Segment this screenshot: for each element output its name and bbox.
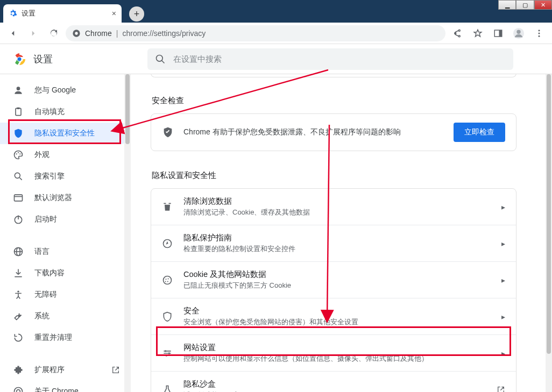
sidebar-item-system[interactable]: 系统: [0, 305, 131, 327]
row-title: 隐私沙盒: [183, 379, 497, 389]
svg-point-39: [168, 352, 170, 354]
svg-point-17: [16, 153, 17, 154]
sidebar-item-on-startup[interactable]: 启动时: [0, 209, 131, 230]
svg-point-29: [17, 291, 19, 293]
palette-icon: [13, 149, 24, 160]
tab-title: 设置: [22, 9, 36, 18]
svg-point-20: [15, 173, 20, 178]
globe-icon: [13, 246, 24, 257]
row-cookies[interactable]: Cookie 及其他网站数据 已阻止无痕模式下的第三方 Cookie ▸: [151, 261, 516, 298]
gear-icon: [9, 9, 17, 18]
sidebar-item-search-engine[interactable]: 搜索引擎: [0, 166, 131, 187]
svg-point-37: [165, 281, 166, 282]
sidebar-item-privacy-security[interactable]: 隐私设置和安全性: [0, 123, 131, 144]
sidebar-item-extensions[interactable]: 扩展程序: [0, 359, 131, 381]
settings-sidebar: 您与 Google 自动填充 隐私设置和安全性 外观 搜索引擎 默认浏览器 启动…: [0, 74, 131, 392]
nav-reload-button[interactable]: [45, 25, 62, 42]
content-scrollbar-thumb[interactable]: [547, 74, 551, 354]
cookie-icon: [162, 275, 173, 286]
svg-point-14: [17, 87, 20, 90]
row-title: 隐私保护指南: [183, 233, 501, 243]
clipboard-icon: [13, 106, 24, 117]
tune-icon: [162, 348, 173, 359]
share-icon[interactable]: [449, 25, 466, 42]
new-tab-button[interactable]: +: [129, 6, 144, 22]
row-privacy-guide[interactable]: 隐私保护指南 检查重要的隐私控制设置和安全控件 ▸: [151, 225, 516, 261]
row-clear-browsing-data[interactable]: 清除浏览数据 清除浏览记录、Cookie、缓存及其他数据 ▸: [151, 189, 516, 225]
download-icon: [13, 268, 24, 279]
row-title: 网站设置: [183, 343, 501, 353]
side-panel-icon[interactable]: [490, 25, 507, 42]
sidebar-item-label: 语言: [34, 247, 49, 256]
row-subtitle: 已阻止无痕模式下的第三方 Cookie: [183, 281, 501, 290]
restore-icon: [13, 332, 24, 343]
svg-point-12: [157, 55, 163, 61]
row-subtitle: 控制网站可以使用和显示什么信息（如位置信息、摄像头、弹出式窗口及其他）: [183, 354, 501, 364]
svg-point-40: [166, 354, 167, 356]
svg-point-11: [18, 57, 22, 61]
omnibox[interactable]: Chrome | chrome://settings/privacy: [66, 25, 445, 41]
chevron-right-icon: ▸: [501, 312, 505, 321]
chevron-right-icon: ▸: [501, 239, 505, 248]
chevron-right-icon: ▸: [501, 349, 505, 358]
extension-icon: [13, 365, 24, 375]
row-title: 清除浏览数据: [183, 196, 501, 206]
sidebar-item-about-chrome[interactable]: 关于 Chrome: [0, 381, 131, 392]
chrome-badge-icon: [72, 29, 81, 38]
omnibox-url: chrome://settings/privacy: [122, 29, 206, 38]
chrome-logo-icon: [13, 53, 26, 66]
sidebar-scrollbar[interactable]: [124, 74, 131, 392]
svg-point-38: [165, 350, 166, 352]
tab-settings[interactable]: 设置 ×: [3, 4, 122, 23]
sidebar-item-autofill[interactable]: 自动填充: [0, 101, 131, 123]
safety-check-button[interactable]: 立即检查: [454, 123, 505, 142]
sidebar-item-languages[interactable]: 语言: [0, 241, 131, 262]
tab-close-icon[interactable]: ×: [112, 9, 116, 18]
sidebar-item-you-and-google[interactable]: 您与 Google: [0, 80, 131, 101]
shield-check-icon: [162, 126, 174, 138]
sidebar-item-label: 下载内容: [34, 268, 65, 278]
safety-check-card: Chrome 有助于保护您免受数据泄露、不良扩展程序等问题的影响 立即检查: [151, 113, 516, 151]
row-privacy-sandbox[interactable]: 隐私沙盒 试用版功能已开启: [151, 371, 516, 392]
sidebar-item-downloads[interactable]: 下载内容: [0, 262, 131, 284]
row-site-settings[interactable]: 网站设置 控制网站可以使用和显示什么信息（如位置信息、摄像头、弹出式窗口及其他）…: [151, 334, 516, 371]
svg-point-6: [539, 30, 540, 31]
svg-line-21: [20, 178, 22, 180]
chevron-right-icon: ▸: [501, 276, 505, 284]
sidebar-item-label: 隐私设置和安全性: [34, 129, 95, 138]
sidebar-scrollbar-thumb[interactable]: [125, 74, 130, 144]
row-title: 安全: [183, 306, 501, 316]
sidebar-item-label: 您与 Google: [34, 85, 76, 95]
sidebar-item-accessibility[interactable]: 无障碍: [0, 284, 131, 305]
content-scrollbar[interactable]: [546, 74, 552, 392]
safety-check-text: Chrome 有助于保护您免受数据泄露、不良扩展程序等问题的影响: [183, 127, 454, 137]
settings-search[interactable]: [147, 48, 513, 70]
browser-menu-icon[interactable]: [530, 25, 548, 42]
nav-back-button[interactable]: [4, 25, 22, 42]
sidebar-item-default-browser[interactable]: 默认浏览器: [0, 187, 131, 209]
row-security[interactable]: 安全 安全浏览（保护您免受危险网站的侵害）和其他安全设置 ▸: [151, 298, 516, 334]
nav-forward-button[interactable]: [25, 25, 42, 42]
svg-point-36: [167, 281, 168, 282]
browser-window-icon: [13, 193, 24, 203]
row-subtitle: 检查重要的隐私控制设置和安全控件: [183, 244, 501, 254]
sidebar-item-label: 关于 Chrome: [34, 387, 79, 392]
flask-icon: [162, 384, 173, 393]
settings-search-input[interactable]: [172, 54, 506, 64]
svg-rect-16: [17, 108, 20, 109]
sidebar-item-reset[interactable]: 重置并清理: [0, 327, 131, 348]
sidebar-item-label: 系统: [34, 311, 49, 321]
sidebar-item-appearance[interactable]: 外观: [0, 144, 131, 166]
row-subtitle: 清除浏览记录、Cookie、缓存及其他数据: [183, 208, 501, 217]
sidebar-item-label: 重置并清理: [34, 333, 72, 343]
settings-header: 设置: [0, 44, 552, 74]
settings-content: 安全检查 Chrome 有助于保护您免受数据泄露、不良扩展程序等问题的影响 立即…: [131, 74, 552, 392]
svg-point-31: [17, 390, 20, 392]
chrome-outline-icon: [13, 386, 24, 392]
sidebar-item-label: 默认浏览器: [34, 193, 72, 203]
omnibox-prefix: Chrome: [85, 29, 112, 38]
bookmark-star-icon[interactable]: [469, 25, 486, 42]
svg-point-34: [166, 279, 167, 280]
svg-point-8: [539, 35, 540, 37]
profile-avatar-icon[interactable]: [510, 25, 527, 42]
